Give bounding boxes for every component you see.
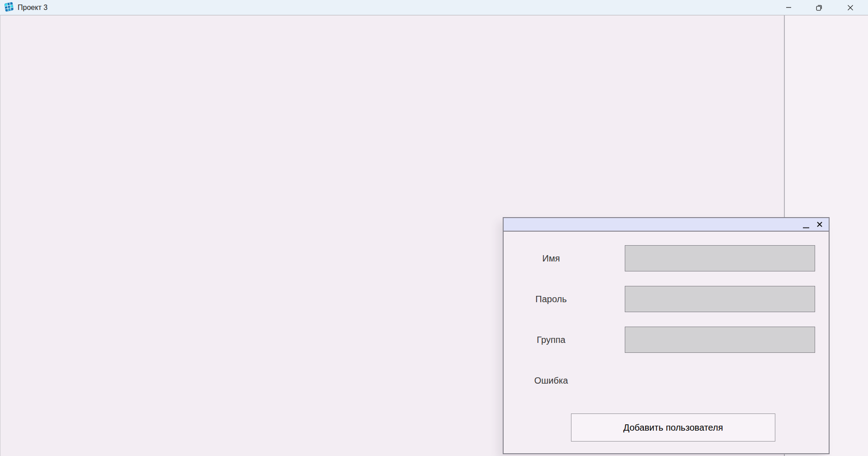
main-titlebar[interactable]: Проект 3 bbox=[0, 0, 868, 15]
dialog-titlebar[interactable] bbox=[504, 218, 829, 232]
add-user-button[interactable]: Добавить пользователя bbox=[571, 413, 775, 442]
name-input[interactable] bbox=[625, 245, 815, 271]
app-icon bbox=[4, 2, 14, 13]
window-title: Проект 3 bbox=[18, 0, 47, 15]
restore-button[interactable] bbox=[809, 0, 830, 15]
dialog-close-icon bbox=[816, 221, 823, 229]
dialog-minimize-icon bbox=[802, 220, 810, 230]
minimize-button[interactable] bbox=[778, 0, 799, 15]
close-icon bbox=[847, 5, 854, 11]
password-input[interactable] bbox=[625, 286, 815, 312]
dialog-controls bbox=[801, 218, 825, 232]
add-user-dialog: Имя Пароль Группа Ошибка Добавить пользо… bbox=[503, 217, 830, 454]
group-label: Группа bbox=[517, 327, 585, 353]
restore-icon bbox=[816, 5, 822, 11]
group-input[interactable] bbox=[625, 327, 815, 353]
dialog-minimize-button[interactable] bbox=[801, 218, 811, 231]
close-button[interactable] bbox=[840, 0, 861, 15]
password-label: Пароль bbox=[517, 286, 585, 312]
minimize-icon bbox=[786, 5, 792, 10]
error-label: Ошибка bbox=[517, 367, 585, 394]
name-label: Имя bbox=[517, 245, 585, 271]
dialog-close-button[interactable] bbox=[814, 218, 825, 231]
